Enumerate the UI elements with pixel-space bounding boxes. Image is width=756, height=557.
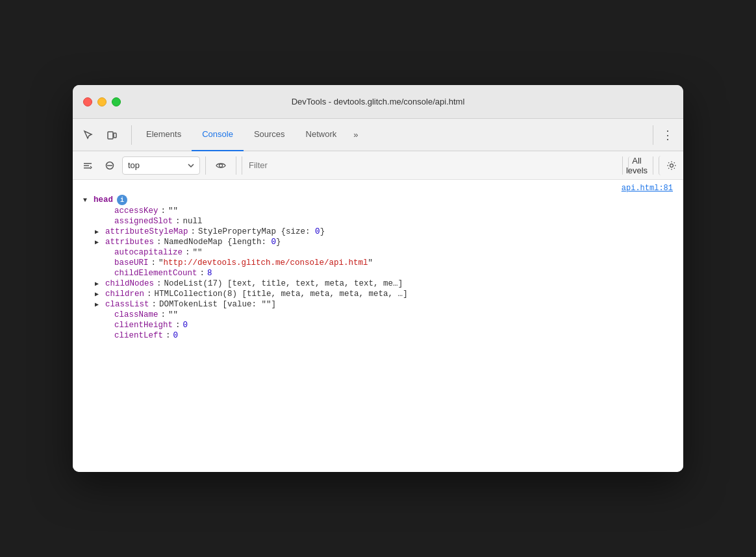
log-levels-button[interactable]: All levels <box>628 156 648 175</box>
prop-value: DOMTokenList [value: ""] <box>159 300 276 309</box>
console-toolbar: top All levels <box>73 151 683 180</box>
prop-key: autocapitalize <box>114 248 183 257</box>
prop-value: NodeList(17) [text, title, text, meta, t… <box>164 279 403 288</box>
tabs-list: Elements Console Sources Network » <box>136 119 649 151</box>
inspect-element-button[interactable] <box>78 125 99 145</box>
prop-assignedSlot: assignedSlot : null <box>73 216 683 227</box>
tab-console[interactable]: Console <box>192 119 244 151</box>
filter-separator2 <box>236 156 236 175</box>
prop-value: "http://devtools.glitch.me/console/api.h… <box>158 258 373 267</box>
more-options-button[interactable]: ⋮ <box>657 125 678 145</box>
svg-rect-3 <box>84 165 89 166</box>
tabs-right: ⋮ <box>649 125 678 145</box>
prop-value: "" <box>168 310 178 319</box>
eye-button[interactable] <box>211 156 231 175</box>
filter-separator3 <box>622 156 623 175</box>
prop-accessKey: accessKey : "" <box>73 206 683 216</box>
prop-childElementCount: childElementCount : 8 <box>73 268 683 278</box>
devtools-window: DevTools - devtools.glitch.me/console/ap… <box>73 85 683 472</box>
prop-value: NamedNodeMap {length: 0} <box>164 238 281 247</box>
devtools-tab-bar: Elements Console Sources Network » ⋮ <box>73 119 683 151</box>
filter-separator4 <box>653 156 653 175</box>
prop-key: classList <box>105 300 149 309</box>
console-output: api.html:81 head i accessKey : "" assign… <box>73 180 683 472</box>
prop-value: StylePropertyMap {size: 0} <box>198 227 325 236</box>
filter-input[interactable] <box>242 156 617 175</box>
baseURI-link[interactable]: http://devtools.glitch.me/console/api.ht… <box>164 258 368 267</box>
prop-attributes[interactable]: attributes : NamedNodeMap {length: 0} <box>73 237 683 247</box>
prop-value: null <box>183 217 203 226</box>
prop-key: className <box>114 310 158 319</box>
prop-key: clientLeft <box>114 331 163 340</box>
context-selector[interactable]: top <box>122 156 200 175</box>
minimize-button[interactable] <box>97 97 107 106</box>
context-value: top <box>128 160 140 170</box>
head-object-header[interactable]: head i <box>73 194 683 206</box>
info-badge[interactable]: i <box>117 195 127 205</box>
prop-key: attributeStyleMap <box>105 227 188 236</box>
tab-more[interactable]: » <box>347 119 364 151</box>
prop-attributeStyleMap[interactable]: attributeStyleMap : StylePropertyMap {si… <box>73 227 683 237</box>
tab-network[interactable]: Network <box>296 119 347 151</box>
filter-separator <box>205 156 206 175</box>
expand-arrow-attributes[interactable] <box>95 238 104 246</box>
tab-separator <box>131 125 132 145</box>
prop-key: baseURI <box>114 258 149 267</box>
prop-value: "" <box>193 248 203 257</box>
prop-childNodes[interactable]: childNodes : NodeList(17) [text, title, … <box>73 278 683 289</box>
prop-autocapitalize: autocapitalize : "" <box>73 247 683 258</box>
prop-key: childNodes <box>105 279 154 288</box>
svg-point-7 <box>220 164 223 167</box>
prop-value: HTMLCollection(8) [title, meta, meta, me… <box>155 290 408 299</box>
maximize-button[interactable] <box>112 97 121 106</box>
prop-key: clientHeight <box>114 321 173 330</box>
clear-console-button[interactable] <box>78 156 97 175</box>
expand-arrow-childNodes[interactable] <box>95 280 104 288</box>
close-button[interactable] <box>83 97 92 106</box>
prop-clientHeight: clientHeight : 0 <box>73 320 683 330</box>
toolbar-icons <box>78 125 122 145</box>
traffic-lights <box>83 97 121 106</box>
no-entry-button[interactable] <box>100 156 120 175</box>
prop-value: "" <box>168 206 178 216</box>
svg-rect-2 <box>84 163 92 164</box>
prop-key: children <box>105 290 144 299</box>
svg-rect-1 <box>114 133 116 138</box>
expand-arrow-children[interactable] <box>95 290 104 298</box>
tab-elements[interactable]: Elements <box>136 119 192 151</box>
prop-className: className : "" <box>73 310 683 320</box>
prop-value: 0 <box>183 321 188 330</box>
prop-value: 8 <box>207 269 212 278</box>
title-bar: DevTools - devtools.glitch.me/console/ap… <box>73 85 683 119</box>
prop-clientLeft: clientLeft : 0 <box>73 330 683 341</box>
expand-arrow-attributeStyleMap[interactable] <box>95 228 104 236</box>
prop-baseURI: baseURI : "http://devtools.glitch.me/con… <box>73 258 683 268</box>
expand-arrow-classList[interactable] <box>95 301 104 308</box>
device-toolbar-button[interactable] <box>101 125 122 145</box>
svg-rect-4 <box>84 167 90 169</box>
file-reference[interactable]: api.html:81 <box>73 180 683 194</box>
prop-classList[interactable]: classList : DOMTokenList [value: ""] <box>73 299 683 310</box>
right-separator <box>653 125 653 145</box>
settings-button[interactable] <box>659 156 678 175</box>
svg-point-8 <box>670 164 673 167</box>
prop-key: assignedSlot <box>114 217 173 226</box>
svg-rect-0 <box>108 132 113 139</box>
tab-sources[interactable]: Sources <box>244 119 296 151</box>
window-title: DevTools - devtools.glitch.me/console/ap… <box>292 97 465 106</box>
prop-key: childElementCount <box>114 269 197 278</box>
levels-label: All levels <box>626 156 648 175</box>
prop-children[interactable]: children : HTMLCollection(8) [title, met… <box>73 289 683 299</box>
prop-key: attributes <box>105 238 154 247</box>
head-key: head <box>94 195 113 204</box>
prop-value: 0 <box>173 331 179 340</box>
expand-arrow-head[interactable] <box>83 197 92 204</box>
prop-key: accessKey <box>114 206 158 216</box>
